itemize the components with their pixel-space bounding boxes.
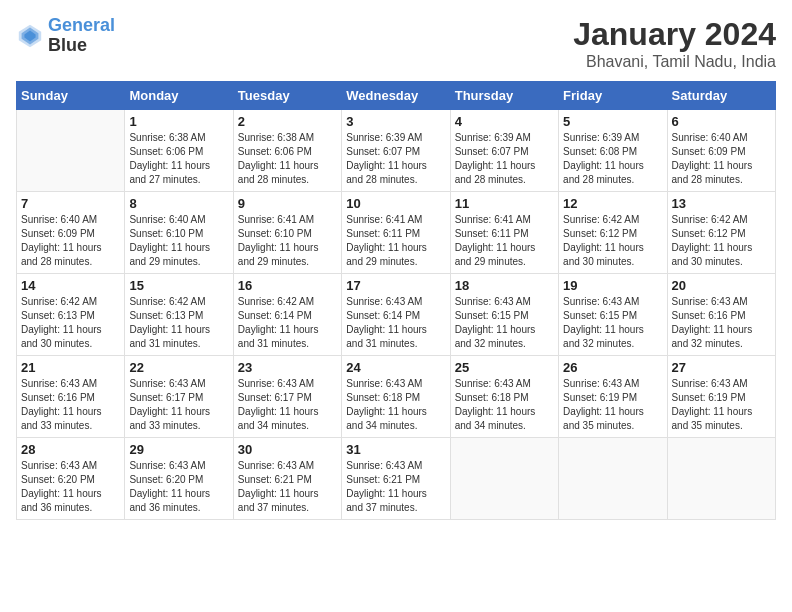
day-number: 27 [672, 360, 771, 375]
day-number: 20 [672, 278, 771, 293]
table-row: 30Sunrise: 6:43 AM Sunset: 6:21 PM Dayli… [233, 438, 341, 520]
calendar-week-row: 14Sunrise: 6:42 AM Sunset: 6:13 PM Dayli… [17, 274, 776, 356]
table-row: 1Sunrise: 6:38 AM Sunset: 6:06 PM Daylig… [125, 110, 233, 192]
calendar-week-row: 21Sunrise: 6:43 AM Sunset: 6:16 PM Dayli… [17, 356, 776, 438]
day-number: 29 [129, 442, 228, 457]
day-info: Sunrise: 6:43 AM Sunset: 6:21 PM Dayligh… [238, 459, 337, 515]
day-number: 11 [455, 196, 554, 211]
table-row [559, 438, 667, 520]
calendar-week-row: 1Sunrise: 6:38 AM Sunset: 6:06 PM Daylig… [17, 110, 776, 192]
day-info: Sunrise: 6:43 AM Sunset: 6:18 PM Dayligh… [346, 377, 445, 433]
calendar-week-row: 7Sunrise: 6:40 AM Sunset: 6:09 PM Daylig… [17, 192, 776, 274]
table-row: 19Sunrise: 6:43 AM Sunset: 6:15 PM Dayli… [559, 274, 667, 356]
day-number: 14 [21, 278, 120, 293]
day-info: Sunrise: 6:43 AM Sunset: 6:18 PM Dayligh… [455, 377, 554, 433]
day-number: 23 [238, 360, 337, 375]
table-row: 9Sunrise: 6:41 AM Sunset: 6:10 PM Daylig… [233, 192, 341, 274]
table-row: 28Sunrise: 6:43 AM Sunset: 6:20 PM Dayli… [17, 438, 125, 520]
day-info: Sunrise: 6:43 AM Sunset: 6:19 PM Dayligh… [563, 377, 662, 433]
header-friday: Friday [559, 82, 667, 110]
day-info: Sunrise: 6:43 AM Sunset: 6:16 PM Dayligh… [672, 295, 771, 351]
table-row: 24Sunrise: 6:43 AM Sunset: 6:18 PM Dayli… [342, 356, 450, 438]
page-title: January 2024 [573, 16, 776, 53]
day-info: Sunrise: 6:43 AM Sunset: 6:21 PM Dayligh… [346, 459, 445, 515]
table-row: 26Sunrise: 6:43 AM Sunset: 6:19 PM Dayli… [559, 356, 667, 438]
day-number: 25 [455, 360, 554, 375]
day-number: 31 [346, 442, 445, 457]
day-info: Sunrise: 6:42 AM Sunset: 6:13 PM Dayligh… [21, 295, 120, 351]
day-number: 2 [238, 114, 337, 129]
day-info: Sunrise: 6:41 AM Sunset: 6:11 PM Dayligh… [455, 213, 554, 269]
logo-general: General [48, 15, 115, 35]
header-monday: Monday [125, 82, 233, 110]
table-row: 22Sunrise: 6:43 AM Sunset: 6:17 PM Dayli… [125, 356, 233, 438]
logo-icon [16, 22, 44, 50]
page-header: General Blue January 2024 Bhavani, Tamil… [16, 16, 776, 71]
table-row: 10Sunrise: 6:41 AM Sunset: 6:11 PM Dayli… [342, 192, 450, 274]
day-info: Sunrise: 6:43 AM Sunset: 6:17 PM Dayligh… [238, 377, 337, 433]
day-number: 19 [563, 278, 662, 293]
title-block: January 2024 Bhavani, Tamil Nadu, India [573, 16, 776, 71]
day-info: Sunrise: 6:43 AM Sunset: 6:15 PM Dayligh… [455, 295, 554, 351]
day-number: 18 [455, 278, 554, 293]
table-row: 7Sunrise: 6:40 AM Sunset: 6:09 PM Daylig… [17, 192, 125, 274]
day-number: 10 [346, 196, 445, 211]
table-row [17, 110, 125, 192]
table-row: 18Sunrise: 6:43 AM Sunset: 6:15 PM Dayli… [450, 274, 558, 356]
day-info: Sunrise: 6:43 AM Sunset: 6:20 PM Dayligh… [129, 459, 228, 515]
day-number: 4 [455, 114, 554, 129]
day-info: Sunrise: 6:38 AM Sunset: 6:06 PM Dayligh… [238, 131, 337, 187]
table-row: 2Sunrise: 6:38 AM Sunset: 6:06 PM Daylig… [233, 110, 341, 192]
day-number: 12 [563, 196, 662, 211]
day-info: Sunrise: 6:39 AM Sunset: 6:07 PM Dayligh… [455, 131, 554, 187]
day-info: Sunrise: 6:42 AM Sunset: 6:13 PM Dayligh… [129, 295, 228, 351]
day-info: Sunrise: 6:42 AM Sunset: 6:14 PM Dayligh… [238, 295, 337, 351]
table-row: 3Sunrise: 6:39 AM Sunset: 6:07 PM Daylig… [342, 110, 450, 192]
logo: General Blue [16, 16, 115, 56]
table-row: 14Sunrise: 6:42 AM Sunset: 6:13 PM Dayli… [17, 274, 125, 356]
day-number: 26 [563, 360, 662, 375]
day-info: Sunrise: 6:41 AM Sunset: 6:10 PM Dayligh… [238, 213, 337, 269]
day-info: Sunrise: 6:39 AM Sunset: 6:08 PM Dayligh… [563, 131, 662, 187]
day-info: Sunrise: 6:43 AM Sunset: 6:15 PM Dayligh… [563, 295, 662, 351]
day-info: Sunrise: 6:42 AM Sunset: 6:12 PM Dayligh… [563, 213, 662, 269]
table-row: 16Sunrise: 6:42 AM Sunset: 6:14 PM Dayli… [233, 274, 341, 356]
day-info: Sunrise: 6:43 AM Sunset: 6:17 PM Dayligh… [129, 377, 228, 433]
table-row [450, 438, 558, 520]
day-number: 28 [21, 442, 120, 457]
day-number: 13 [672, 196, 771, 211]
day-info: Sunrise: 6:40 AM Sunset: 6:09 PM Dayligh… [21, 213, 120, 269]
day-info: Sunrise: 6:43 AM Sunset: 6:16 PM Dayligh… [21, 377, 120, 433]
day-number: 30 [238, 442, 337, 457]
table-row: 8Sunrise: 6:40 AM Sunset: 6:10 PM Daylig… [125, 192, 233, 274]
page-subtitle: Bhavani, Tamil Nadu, India [573, 53, 776, 71]
table-row: 6Sunrise: 6:40 AM Sunset: 6:09 PM Daylig… [667, 110, 775, 192]
day-number: 22 [129, 360, 228, 375]
header-thursday: Thursday [450, 82, 558, 110]
day-info: Sunrise: 6:40 AM Sunset: 6:10 PM Dayligh… [129, 213, 228, 269]
table-row: 12Sunrise: 6:42 AM Sunset: 6:12 PM Dayli… [559, 192, 667, 274]
header-sunday: Sunday [17, 82, 125, 110]
header-saturday: Saturday [667, 82, 775, 110]
table-row [667, 438, 775, 520]
calendar-week-row: 28Sunrise: 6:43 AM Sunset: 6:20 PM Dayli… [17, 438, 776, 520]
table-row: 31Sunrise: 6:43 AM Sunset: 6:21 PM Dayli… [342, 438, 450, 520]
calendar-header-row: Sunday Monday Tuesday Wednesday Thursday… [17, 82, 776, 110]
day-number: 3 [346, 114, 445, 129]
header-tuesday: Tuesday [233, 82, 341, 110]
logo-blue: Blue [48, 35, 87, 55]
table-row: 11Sunrise: 6:41 AM Sunset: 6:11 PM Dayli… [450, 192, 558, 274]
day-info: Sunrise: 6:41 AM Sunset: 6:11 PM Dayligh… [346, 213, 445, 269]
table-row: 23Sunrise: 6:43 AM Sunset: 6:17 PM Dayli… [233, 356, 341, 438]
table-row: 5Sunrise: 6:39 AM Sunset: 6:08 PM Daylig… [559, 110, 667, 192]
table-row: 25Sunrise: 6:43 AM Sunset: 6:18 PM Dayli… [450, 356, 558, 438]
table-row: 20Sunrise: 6:43 AM Sunset: 6:16 PM Dayli… [667, 274, 775, 356]
logo-text: General Blue [48, 16, 115, 56]
day-info: Sunrise: 6:38 AM Sunset: 6:06 PM Dayligh… [129, 131, 228, 187]
day-number: 17 [346, 278, 445, 293]
day-number: 8 [129, 196, 228, 211]
day-number: 6 [672, 114, 771, 129]
table-row: 27Sunrise: 6:43 AM Sunset: 6:19 PM Dayli… [667, 356, 775, 438]
day-number: 24 [346, 360, 445, 375]
table-row: 29Sunrise: 6:43 AM Sunset: 6:20 PM Dayli… [125, 438, 233, 520]
